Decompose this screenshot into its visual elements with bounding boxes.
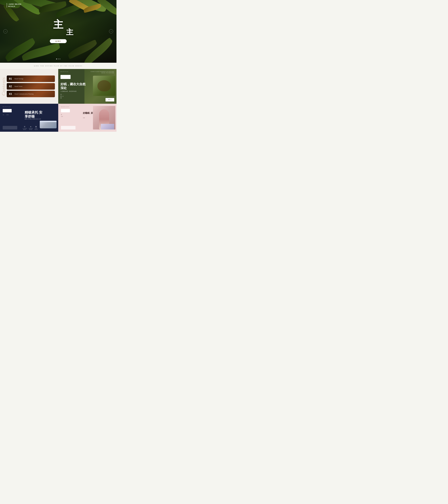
main-content-grid: Contents 01 Brand Strategy 02 Brand Visi…	[0, 69, 116, 104]
navy-white-box	[3, 109, 12, 112]
agro-icon: ⊞	[24, 126, 25, 127]
subtitle-text: QIMU THE ENTIRE PLAN OF THE PALM SERIES	[34, 65, 83, 67]
features-icons-row: ⊞ AGRO独立筒精锻承托 ◈ 特拉雷乳胶铍束包裹 ▦ 3D材床组制支撑	[22, 126, 57, 130]
check-item-2: IP	[60, 96, 114, 97]
feature-icon-latex: ◈ 特拉雷乳胶铍束包裹	[29, 126, 33, 130]
mattress-br-shape	[101, 124, 114, 129]
panel-pink: BRAND PLAN 顺 当张 好睡眠 床垫喜临门 当张	[58, 104, 116, 132]
item-label-brand-communication: Brand Communication Planning	[15, 93, 34, 95]
mattress-bottom-image	[101, 124, 114, 129]
checkbox-3	[60, 97, 62, 99]
bottom-content-grid: BRAND PLAN 3D，， 20000 精锻承托 安享舒睡 德国AGRO独立…	[0, 104, 116, 132]
item-number-02: 02	[9, 85, 13, 88]
feature-icon-agro: ⊞ AGRO独立筒精锻承托	[22, 126, 27, 130]
contents-items-list: 01 Brand Strategy 02 Brand Vision 03 Bra…	[7, 75, 55, 97]
pink-bottom-box	[61, 126, 75, 129]
item-number-01: 01	[9, 77, 13, 80]
navy-brand-label: BRAND PLAN	[3, 107, 55, 108]
subtitle-bar: QIMU THE ENTIRE PLAN OF THE PALM SERIES	[0, 63, 116, 69]
hero-content: 主 主 QIMU	[50, 19, 67, 43]
feature-icon-3d: ▦ 3D材床组制支撑	[35, 126, 38, 130]
hero-nav-left-button[interactable]: ←	[3, 29, 7, 33]
hero-qimu-button[interactable]: QIMU	[50, 39, 67, 43]
3d-icon: ▦	[35, 126, 37, 127]
hero-dot-1[interactable]	[56, 59, 57, 59]
checkbox-1	[60, 94, 62, 95]
checkbox-2	[60, 96, 62, 97]
item-label-brand-strategy: Brand Strategy	[15, 78, 23, 80]
hero-dot-2[interactable]	[58, 59, 59, 59]
navy-product-name: 德国AGRO独立筒床垫 MZZ1-088	[25, 118, 41, 120]
green-tagline: GOOD SLEEP HIDDEN IN NATURE BACK TO NATU…	[91, 71, 114, 73]
contents-rotated-label: Contents	[1, 77, 6, 95]
item-number-03: 03	[9, 92, 13, 96]
hero-dot-3[interactable]	[60, 59, 60, 59]
brand-panel-green: GOOD SLEEP HIDDEN IN NATURE BACK TO NATU…	[58, 69, 116, 104]
hero-section: | QIMU BRAND DESIGN ← → 主 主 QIMU	[0, 0, 116, 63]
hero-char-large: 主	[53, 19, 63, 30]
green-white-box	[60, 75, 71, 79]
latex-icon: ◈	[30, 126, 31, 127]
content-item-brand-vision[interactable]: 02 Brand Vision	[7, 83, 55, 90]
contents-panel: Contents 01 Brand Strategy 02 Brand Visi…	[0, 69, 58, 104]
content-item-brand-strategy[interactable]: 01 Brand Strategy	[7, 75, 55, 82]
navy-bottom-box	[3, 126, 17, 129]
content-item-brand-communication[interactable]: 03 Brand Communication Planning	[7, 91, 55, 97]
bear-silhouette	[97, 80, 111, 91]
pink-white-box	[61, 109, 70, 112]
hero-nav-right-button[interactable]: →	[109, 29, 113, 33]
green-sub-text: 心态顺其自然，体态回归自然	[60, 90, 87, 92]
hero-dots	[56, 59, 60, 59]
bear-nature-image	[93, 76, 115, 96]
no1-button[interactable]: NO.1	[106, 98, 114, 102]
panel-navy: BRAND PLAN 3D，， 20000 精锻承托 安享舒睡 德国AGRO独立…	[0, 104, 58, 132]
green-main-text: 好眠，藏在大自然深处	[60, 82, 87, 90]
hero-logo: | QIMU BRAND DESIGN	[7, 3, 21, 7]
pink-sub-label: 当张	[83, 117, 85, 119]
hero-char-medium: 主	[66, 29, 73, 36]
item-label-brand-vision: Brand Vision	[15, 86, 22, 87]
check-item-1: ：	[60, 94, 114, 95]
